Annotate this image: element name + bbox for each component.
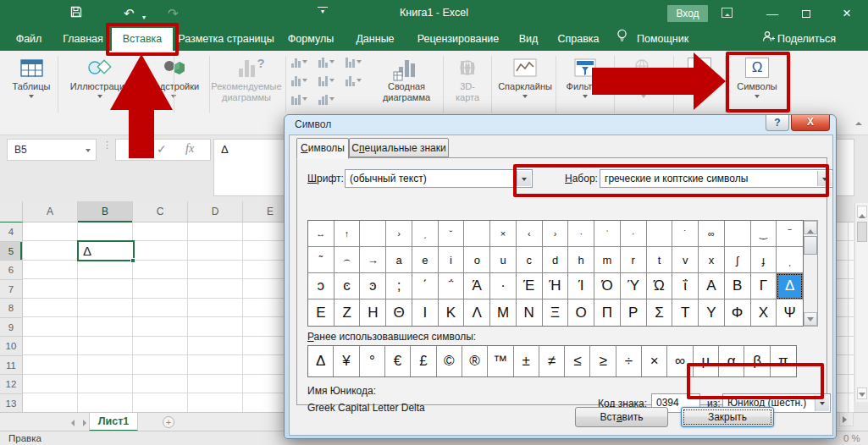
symbol-cell[interactable]: Τ (672, 299, 699, 326)
close-dialog-button[interactable]: Закрыть (681, 407, 774, 427)
row-header[interactable]: 5 (0, 242, 23, 261)
prev-sheet-icon[interactable] (68, 420, 75, 426)
grid-scroll-down-icon[interactable] (804, 312, 817, 326)
symbol-cell[interactable]: o (464, 247, 490, 273)
column-header[interactable]: D (188, 201, 243, 222)
pie-chart-icon[interactable] (291, 95, 307, 105)
recent-symbol-cell[interactable]: € (385, 346, 411, 376)
ribbon-tab[interactable]: Рецензирование (408, 28, 508, 51)
symbol-cell[interactable]: Ο (568, 299, 594, 326)
symbol-cell[interactable]: ˌ (777, 247, 803, 273)
row-header[interactable]: 11 (0, 356, 23, 376)
symbol-cell[interactable]: Ί (568, 273, 594, 299)
enter-check-icon[interactable]: ✓ (157, 142, 167, 156)
row-header[interactable]: 7 (0, 280, 23, 299)
symbol-cell[interactable]: › (386, 221, 412, 247)
symbol-cell[interactable]: ↔ (308, 221, 334, 247)
recent-symbol-cell[interactable]: ≤ (565, 346, 590, 376)
symbol-cell[interactable]: Μ (490, 299, 517, 326)
symbol-cell[interactable]: m (594, 247, 621, 273)
symbol-cell[interactable]: Β (725, 273, 751, 299)
symbol-cell[interactable]: ʃ (725, 247, 751, 273)
symbol-cell[interactable]: Ύ (621, 273, 647, 299)
symbol-cell[interactable]: Δ (777, 273, 803, 299)
recent-symbol-cell[interactable]: Δ (308, 346, 334, 376)
symbol-cell[interactable]: ‹ (517, 221, 543, 247)
symbol-cell[interactable]: ˈ (594, 221, 621, 247)
recent-symbol-cell[interactable]: ≠ (539, 346, 565, 376)
symbol-cell[interactable]: ˙ (672, 221, 699, 247)
dialog-help-button[interactable]: ? (766, 115, 789, 131)
recommended-charts-button[interactable]: ? Рекомендуемые диаграммы (208, 54, 285, 102)
symbol-cell[interactable]: · (621, 221, 647, 247)
symbol-cell[interactable]: r (621, 247, 647, 273)
symbol-cell[interactable]: e (412, 247, 439, 273)
row-header[interactable]: 13 (0, 394, 23, 414)
symbol-cell[interactable]: Ζ (334, 299, 361, 326)
symbol-cell[interactable]: ΅ (439, 273, 465, 299)
close-button[interactable]: × (834, 5, 860, 22)
symbol-cell[interactable]: ΄ (412, 273, 439, 299)
recent-symbol-cell[interactable]: £ (411, 346, 436, 376)
symbol-cell[interactable]: Ε (308, 299, 334, 326)
sparklines-button[interactable]: Спарклайны (495, 54, 555, 101)
sign-in-button[interactable]: Вход (667, 5, 708, 22)
waterfall-chart-icon[interactable] (346, 76, 362, 86)
bar-chart-icon[interactable] (318, 58, 334, 68)
symbol-cell[interactable]: ͽ (360, 273, 386, 299)
recent-symbol-cell[interactable]: × (642, 346, 667, 376)
symbol-cell[interactable]: Ό (594, 273, 621, 299)
name-box[interactable]: B5 (7, 139, 97, 161)
symbol-cell[interactable] (725, 221, 751, 247)
symbol-cell[interactable]: d (543, 247, 569, 273)
symbol-cell[interactable]: h (568, 247, 594, 273)
symbol-cell[interactable]: Ψ (777, 299, 803, 326)
symbol-cell[interactable]: ˏ (412, 221, 439, 247)
font-select[interactable]: (обычный текст) (345, 169, 533, 188)
recent-symbol-cell[interactable]: ÷ (616, 346, 642, 376)
recent-symbol-cell[interactable]: © (437, 346, 462, 376)
row-header[interactable]: 8 (0, 299, 23, 318)
select-all-corner[interactable] (0, 201, 23, 222)
vertical-scrollbar[interactable] (854, 203, 868, 402)
symbol-cell[interactable]: Γ (751, 273, 777, 299)
tab-symbols[interactable]: Символы (296, 138, 349, 159)
symbol-cell[interactable]: t (647, 247, 673, 273)
symbol-cell[interactable]: Ή (543, 273, 569, 299)
formula-bar-divider[interactable]: ⋮ (102, 142, 112, 147)
recent-symbol-cell[interactable]: ® (462, 346, 488, 376)
symbol-cell[interactable]: · (568, 221, 594, 247)
row-header[interactable]: 6 (0, 261, 23, 280)
symbol-cell[interactable]: v (672, 247, 699, 273)
ribbon-tab[interactable]: Формулы (279, 28, 342, 51)
symbol-cell[interactable]: ͻ (308, 273, 334, 299)
symbol-cell[interactable]: · (490, 273, 517, 299)
share-button[interactable]: Поделиться (777, 28, 836, 51)
symbol-cell[interactable]: → (360, 247, 386, 273)
symbol-cell[interactable]: Σ (647, 299, 673, 326)
insert-button[interactable]: Вставить (575, 407, 668, 427)
row-header[interactable]: 4 (0, 222, 23, 242)
recent-symbol-cell[interactable]: ≥ (590, 346, 616, 376)
row-header[interactable]: 10 (0, 337, 23, 356)
symbol-cell[interactable]: › (543, 221, 569, 247)
symbol-cell[interactable]: Ρ (621, 299, 647, 326)
symbol-cell[interactable]: Υ (699, 299, 725, 326)
scatter-chart-icon[interactable] (291, 76, 307, 86)
ribbon-tab[interactable]: Главная (54, 28, 112, 51)
symbol-cell[interactable] (464, 221, 490, 247)
recent-symbol-cell[interactable]: ¥ (334, 346, 359, 376)
symbol-cell[interactable] (647, 221, 673, 247)
symbol-cell[interactable]: Ι (412, 299, 439, 326)
dialog-close-icon[interactable]: X (791, 115, 830, 131)
symbol-cell[interactable]: Έ (517, 273, 543, 299)
assistant-tab[interactable]: Помощник (637, 28, 688, 51)
row-header[interactable]: 9 (0, 318, 23, 338)
ribbon-display-options-icon[interactable] (721, 8, 733, 18)
map-3d-button[interactable]: 3D- карта (446, 54, 489, 102)
symbol-grid-scrollbar[interactable] (804, 220, 818, 327)
symbol-cell[interactable]: i (439, 247, 465, 273)
symbol-cell[interactable]: Θ (386, 299, 412, 326)
row-header[interactable]: 12 (0, 375, 23, 394)
ribbon-tab[interactable]: Вид (510, 28, 547, 51)
